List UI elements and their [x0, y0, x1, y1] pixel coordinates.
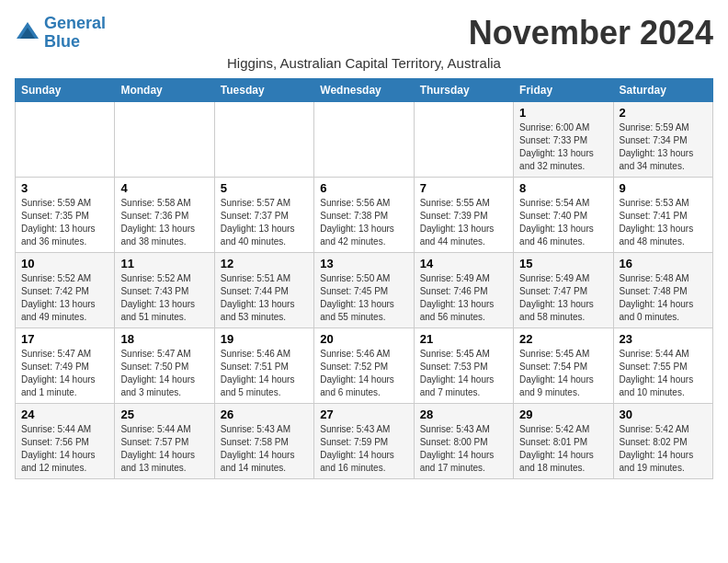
header-cell-wednesday: Wednesday	[314, 78, 414, 101]
day-cell: 16Sunrise: 5:48 AM Sunset: 7:48 PM Dayli…	[613, 252, 712, 327]
day-cell: 4Sunrise: 5:58 AM Sunset: 7:36 PM Daylig…	[115, 177, 214, 252]
header-cell-thursday: Thursday	[414, 78, 513, 101]
week-row-4: 17Sunrise: 5:47 AM Sunset: 7:49 PM Dayli…	[16, 327, 713, 403]
day-cell: 28Sunrise: 5:43 AM Sunset: 8:00 PM Dayli…	[414, 403, 513, 478]
logo-line2: Blue	[44, 32, 80, 51]
day-cell: 25Sunrise: 5:44 AM Sunset: 7:57 PM Dayli…	[115, 403, 214, 478]
week-row-5: 24Sunrise: 5:44 AM Sunset: 7:56 PM Dayli…	[16, 403, 713, 478]
day-info: Sunrise: 5:43 AM Sunset: 8:00 PM Dayligh…	[420, 423, 507, 475]
title-block: November 2024	[469, 15, 713, 52]
day-number: 17	[21, 332, 108, 346]
month-title: November 2024	[469, 15, 713, 52]
day-cell: 30Sunrise: 5:42 AM Sunset: 8:02 PM Dayli…	[613, 403, 712, 478]
day-number: 3	[21, 181, 108, 195]
day-cell: 21Sunrise: 5:45 AM Sunset: 7:53 PM Dayli…	[414, 327, 513, 403]
day-info: Sunrise: 5:52 AM Sunset: 7:43 PM Dayligh…	[120, 272, 208, 324]
day-number: 28	[420, 408, 507, 421]
day-cell: 14Sunrise: 5:49 AM Sunset: 7:46 PM Dayli…	[414, 252, 513, 327]
day-number: 16	[620, 257, 707, 270]
day-number: 19	[221, 332, 308, 346]
day-cell: 10Sunrise: 5:52 AM Sunset: 7:42 PM Dayli…	[16, 252, 115, 327]
day-info: Sunrise: 5:43 AM Sunset: 7:58 PM Dayligh…	[221, 423, 308, 475]
day-cell: 13Sunrise: 5:50 AM Sunset: 7:45 PM Dayli…	[314, 252, 414, 327]
subtitle: Higgins, Australian Capital Territory, A…	[15, 55, 713, 71]
day-info: Sunrise: 5:46 AM Sunset: 7:52 PM Dayligh…	[320, 348, 407, 399]
header-top: General Blue November 2024	[15, 15, 713, 52]
day-cell: 26Sunrise: 5:43 AM Sunset: 7:58 PM Dayli…	[214, 403, 313, 478]
day-number: 23	[620, 332, 707, 346]
logo-text: General Blue	[44, 15, 106, 52]
day-number: 10	[21, 257, 108, 270]
day-cell: 24Sunrise: 5:44 AM Sunset: 7:56 PM Dayli…	[16, 403, 115, 478]
header-cell-monday: Monday	[115, 78, 214, 101]
day-info: Sunrise: 5:54 AM Sunset: 7:40 PM Dayligh…	[519, 197, 607, 248]
day-info: Sunrise: 5:45 AM Sunset: 7:53 PM Dayligh…	[420, 348, 507, 399]
day-number: 21	[420, 332, 507, 346]
day-info: Sunrise: 5:50 AM Sunset: 7:45 PM Dayligh…	[320, 272, 407, 324]
week-row-1: 1Sunrise: 6:00 AM Sunset: 7:33 PM Daylig…	[16, 101, 713, 177]
day-info: Sunrise: 5:59 AM Sunset: 7:35 PM Dayligh…	[21, 197, 108, 248]
day-info: Sunrise: 5:56 AM Sunset: 7:38 PM Dayligh…	[320, 197, 407, 248]
day-number: 5	[221, 181, 308, 195]
day-info: Sunrise: 5:42 AM Sunset: 8:01 PM Dayligh…	[519, 423, 607, 475]
day-cell: 20Sunrise: 5:46 AM Sunset: 7:52 PM Dayli…	[314, 327, 414, 403]
header-cell-sunday: Sunday	[16, 78, 115, 101]
day-info: Sunrise: 5:45 AM Sunset: 7:54 PM Dayligh…	[519, 348, 607, 399]
day-cell: 18Sunrise: 5:47 AM Sunset: 7:50 PM Dayli…	[115, 327, 214, 403]
day-number: 24	[21, 408, 108, 421]
week-row-3: 10Sunrise: 5:52 AM Sunset: 7:42 PM Dayli…	[16, 252, 713, 327]
header-cell-tuesday: Tuesday	[214, 78, 313, 101]
day-cell: 11Sunrise: 5:52 AM Sunset: 7:43 PM Dayli…	[115, 252, 214, 327]
day-number: 11	[120, 257, 208, 270]
day-cell	[115, 101, 214, 177]
day-number: 27	[320, 408, 407, 421]
logo-icon	[15, 20, 40, 46]
day-info: Sunrise: 5:48 AM Sunset: 7:48 PM Dayligh…	[620, 272, 707, 324]
page-container: General Blue November 2024 Higgins, Aust…	[15, 15, 713, 479]
day-info: Sunrise: 5:51 AM Sunset: 7:44 PM Dayligh…	[221, 272, 308, 324]
day-number: 30	[620, 408, 707, 421]
day-info: Sunrise: 5:59 AM Sunset: 7:34 PM Dayligh…	[620, 121, 707, 173]
day-cell: 2Sunrise: 5:59 AM Sunset: 7:34 PM Daylig…	[613, 101, 712, 177]
day-info: Sunrise: 5:47 AM Sunset: 7:49 PM Dayligh…	[21, 348, 108, 399]
calendar-table: SundayMondayTuesdayWednesdayThursdayFrid…	[15, 78, 713, 479]
day-info: Sunrise: 5:44 AM Sunset: 7:57 PM Dayligh…	[120, 423, 208, 475]
day-number: 2	[620, 106, 707, 120]
header-row: SundayMondayTuesdayWednesdayThursdayFrid…	[16, 78, 713, 101]
day-number: 1	[519, 106, 607, 120]
day-number: 18	[120, 332, 208, 346]
day-number: 9	[620, 181, 707, 195]
day-info: Sunrise: 5:49 AM Sunset: 7:47 PM Dayligh…	[519, 272, 607, 324]
day-number: 13	[320, 257, 407, 270]
day-cell	[314, 101, 414, 177]
day-info: Sunrise: 5:55 AM Sunset: 7:39 PM Dayligh…	[420, 197, 507, 248]
day-number: 7	[420, 181, 507, 195]
day-cell: 3Sunrise: 5:59 AM Sunset: 7:35 PM Daylig…	[16, 177, 115, 252]
day-info: Sunrise: 5:57 AM Sunset: 7:37 PM Dayligh…	[221, 197, 308, 248]
day-number: 6	[320, 181, 407, 195]
day-cell: 23Sunrise: 5:44 AM Sunset: 7:55 PM Dayli…	[613, 327, 712, 403]
day-number: 25	[120, 408, 208, 421]
day-number: 22	[519, 332, 607, 346]
day-cell	[16, 101, 115, 177]
day-cell: 27Sunrise: 5:43 AM Sunset: 7:59 PM Dayli…	[314, 403, 414, 478]
day-cell	[414, 101, 513, 177]
day-info: Sunrise: 5:58 AM Sunset: 7:36 PM Dayligh…	[120, 197, 208, 248]
day-cell	[214, 101, 313, 177]
day-cell: 29Sunrise: 5:42 AM Sunset: 8:01 PM Dayli…	[514, 403, 613, 478]
day-info: Sunrise: 5:52 AM Sunset: 7:42 PM Dayligh…	[21, 272, 108, 324]
logo: General Blue	[15, 15, 106, 52]
day-cell: 15Sunrise: 5:49 AM Sunset: 7:47 PM Dayli…	[514, 252, 613, 327]
day-number: 8	[519, 181, 607, 195]
day-info: Sunrise: 5:46 AM Sunset: 7:51 PM Dayligh…	[221, 348, 308, 399]
day-cell: 12Sunrise: 5:51 AM Sunset: 7:44 PM Dayli…	[214, 252, 313, 327]
header-cell-saturday: Saturday	[613, 78, 712, 101]
day-cell: 1Sunrise: 6:00 AM Sunset: 7:33 PM Daylig…	[514, 101, 613, 177]
day-number: 29	[519, 408, 607, 421]
day-info: Sunrise: 5:47 AM Sunset: 7:50 PM Dayligh…	[120, 348, 208, 399]
logo-line1: General	[44, 14, 106, 32]
day-info: Sunrise: 6:00 AM Sunset: 7:33 PM Dayligh…	[519, 121, 607, 173]
day-number: 14	[420, 257, 507, 270]
day-number: 15	[519, 257, 607, 270]
day-number: 12	[221, 257, 308, 270]
